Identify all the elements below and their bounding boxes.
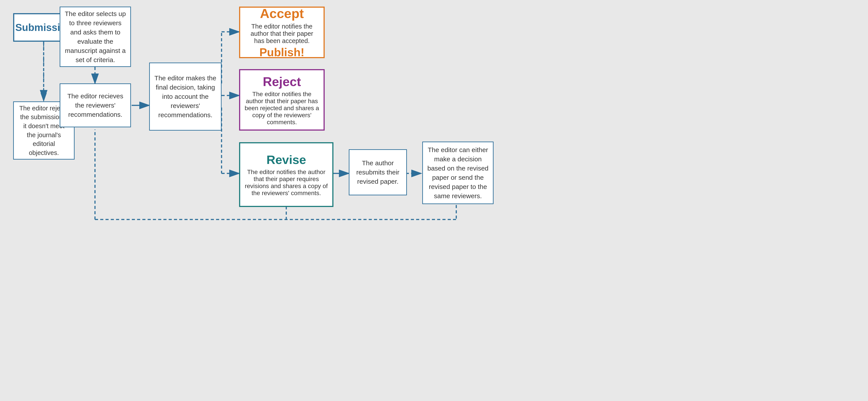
editor-final-box: The editor can either make a decision ba… [422, 142, 494, 204]
editor-selects-box: The editor selects up to three reviewers… [60, 7, 131, 67]
publish-label: Publish! [259, 46, 304, 59]
reject-title: Reject [263, 74, 301, 89]
editor-decision-text: The editor makes the final decision, tak… [154, 74, 217, 120]
editor-receives-text: The editor recieves the reviewers' recom… [65, 91, 126, 119]
author-resubmits-text: The author resubmits their revised paper… [354, 159, 402, 186]
revise-title: Revise [267, 152, 306, 167]
editor-decision-box: The editor makes the final decision, tak… [149, 62, 222, 131]
accept-box: Accept The editor notifies the author th… [239, 7, 324, 58]
diagram: Submission The editor selects up to thre… [0, 0, 868, 401]
reject-box: Reject The editor notifies the author th… [239, 69, 324, 131]
editor-final-text: The editor can either make a decision ba… [427, 145, 489, 201]
revise-text: The editor notifies the author that thei… [245, 169, 328, 197]
accept-text: The editor notifies the author that thei… [245, 23, 319, 45]
editor-selects-text: The editor selects up to three reviewers… [65, 9, 126, 64]
revise-box: Revise The editor notifies the author th… [239, 142, 334, 207]
author-resubmits-box: The author resubmits their revised paper… [349, 149, 407, 195]
accept-title: Accept [260, 6, 304, 21]
reject-text: The editor notifies the author that thei… [245, 91, 319, 126]
editor-receives-box: The editor recieves the reviewers' recom… [60, 83, 131, 127]
